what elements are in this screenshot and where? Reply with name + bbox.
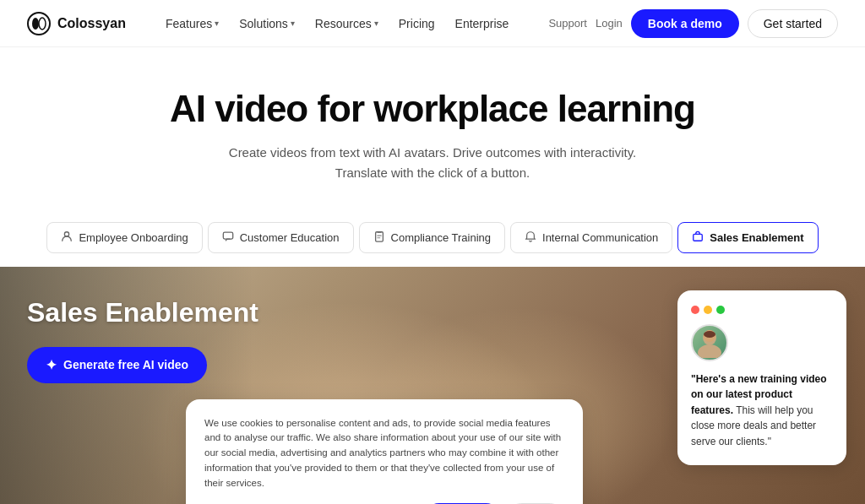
- nav-resources[interactable]: Resources ▾: [307, 12, 387, 35]
- chevron-down-icon: ▾: [215, 19, 219, 28]
- green-dot: [716, 306, 725, 314]
- person-icon: [61, 230, 73, 245]
- cookie-banner: We use cookies to personalise content an…: [186, 399, 583, 504]
- svg-rect-6: [694, 234, 703, 241]
- logo[interactable]: Colossyan: [27, 12, 126, 35]
- nav-top-support[interactable]: Support: [548, 17, 587, 30]
- svg-point-10: [704, 331, 715, 338]
- book-demo-button[interactable]: Book a demo: [631, 9, 739, 38]
- nav-top-login[interactable]: Login: [596, 17, 623, 30]
- tab-compliance-training[interactable]: Compliance Training: [359, 222, 506, 253]
- bell-icon: [525, 230, 536, 245]
- chevron-down-icon: ▾: [374, 19, 378, 28]
- svg-point-3: [65, 231, 69, 236]
- tab-label: Employee Onboarding: [79, 231, 188, 244]
- nav-pricing[interactable]: Pricing: [390, 12, 443, 35]
- chat-icon: [222, 230, 234, 245]
- content-text: Sales Enablement ✦ Generate free AI vide…: [27, 297, 258, 383]
- avatar: [691, 324, 728, 361]
- content-heading: Sales Enablement: [27, 297, 258, 328]
- chat-message: "Here's a new training video on our late…: [691, 371, 833, 450]
- cookie-text: We use cookies to personalise content an…: [204, 416, 564, 491]
- svg-point-1: [32, 18, 39, 30]
- tab-employee-onboarding[interactable]: Employee Onboarding: [46, 222, 202, 253]
- window-dots: [691, 306, 833, 314]
- nav-features[interactable]: Features ▾: [157, 12, 227, 35]
- tab-label: Compliance Training: [391, 231, 492, 244]
- svg-point-8: [698, 344, 721, 358]
- nav-enterprise[interactable]: Enterprise: [447, 12, 518, 35]
- generate-button-label: Generate free AI video: [63, 358, 188, 371]
- tab-label: Sales Enablement: [710, 231, 803, 244]
- content-area: Sales Enablement ✦ Generate free AI vide…: [0, 267, 865, 504]
- nav-solutions[interactable]: Solutions ▾: [231, 12, 303, 35]
- chevron-down-icon: ▾: [291, 19, 295, 28]
- navbar: Colossyan Features ▾ Solutions ▾ Resourc…: [0, 0, 865, 47]
- tab-sales-enablement[interactable]: Sales Enablement: [677, 222, 818, 253]
- logo-text: Colossyan: [57, 16, 126, 31]
- clipboard-icon: [373, 230, 385, 245]
- svg-rect-4: [223, 232, 232, 239]
- star-icon: ✦: [46, 357, 57, 373]
- hero-section: AI video for workplace learning Create v…: [0, 47, 865, 207]
- tab-customer-education[interactable]: Customer Education: [208, 222, 354, 253]
- hero-title: AI video for workplace learning: [34, 88, 831, 131]
- use-case-tabs: Employee Onboarding Customer Education C…: [0, 207, 865, 253]
- svg-rect-5: [375, 231, 383, 241]
- generate-video-button[interactable]: ✦ Generate free AI video: [27, 347, 207, 383]
- logo-icon: [27, 12, 51, 35]
- hero-subtitle: Create videos from text with AI avatars.…: [34, 143, 831, 183]
- tab-label: Internal Communication: [542, 231, 658, 244]
- bag-icon: [692, 230, 704, 245]
- nav-links: Features ▾ Solutions ▾ Resources ▾ Prici…: [157, 12, 517, 35]
- get-started-button[interactable]: Get started: [748, 9, 838, 38]
- tab-internal-communication[interactable]: Internal Communication: [510, 222, 672, 253]
- chat-card: "Here's a new training video on our late…: [677, 290, 846, 465]
- tab-label: Customer Education: [240, 231, 340, 244]
- nav-right: Support Login Book a demo Get started: [548, 9, 838, 38]
- yellow-dot: [704, 306, 712, 314]
- red-dot: [691, 306, 699, 314]
